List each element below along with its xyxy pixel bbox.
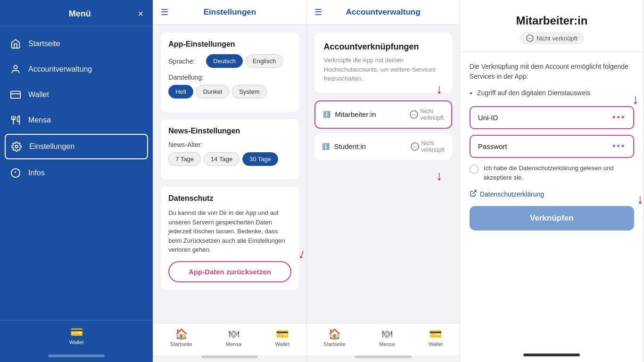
mitarbeiter-name: Mitarbeiter:in [335, 110, 410, 118]
connect-container: ↓ Verknüpfen [470, 206, 634, 230]
worker-title: Mitarbeiter:in [470, 14, 634, 27]
sprache-toggle-group: Deutsch Englisch [206, 54, 283, 68]
arrow-reset: ↓ [297, 246, 306, 262]
tab-wallet-label-settings: Wallet [275, 341, 289, 347]
svg-line-7 [473, 190, 476, 194]
worker-header: Mitarbeiter:in — Nicht verknüpft [460, 0, 644, 52]
tab-wallet-label: Wallet [69, 339, 83, 345]
account-intro: Accountverknüpfungen Verknüpfe die App m… [314, 33, 452, 93]
menu-item-account[interactable]: Accountverwaltung [0, 57, 153, 82]
account-links: ↓ ℹ️ Mitarbeiter:in — Nichtverknüpft ℹ️ … [314, 100, 452, 160]
menu-items: Startseite Accountverwaltung Wallet [0, 26, 153, 320]
privacy-link-text: Datenschutzerklärung [480, 190, 544, 198]
password-field[interactable]: Passwort ••• [470, 135, 634, 158]
darstellung-hell-btn[interactable]: Hell [168, 85, 193, 99]
tab-mensa-settings[interactable]: 🍽 Mensa [226, 328, 241, 347]
menu-panel: Menü × Startseite Accountverwaltung [0, 0, 153, 362]
hamburger-icon-account[interactable]: ☰ [314, 7, 322, 17]
account-tabs: 🏠 Startseite 🍽 Mensa 💳 Wallet [307, 323, 460, 355]
menu-item-startseite[interactable]: Startseite [0, 31, 153, 57]
tab-mensa-icon-settings: 🍽 [229, 328, 239, 340]
worker-service-item: Zugriff auf den digitalen Dienstausweis [477, 89, 634, 97]
tab-startseite-label-account: Startseite [323, 341, 345, 347]
wallet-icon [9, 89, 22, 101]
tab-wallet-account[interactable]: 💳 Wallet [429, 328, 443, 347]
mitarbeiter-info-icon: ℹ️ [323, 111, 330, 118]
home-indicator-2 [201, 355, 258, 358]
menu-item-wallet[interactable]: Wallet [0, 82, 153, 107]
worker-status-text: Nicht verknüpft [537, 35, 578, 42]
app-settings-section: App-Einstellungen Sprache: Deutsch Engli… [161, 33, 298, 112]
darstellung-dunkel-btn[interactable]: Dunkel [196, 85, 229, 99]
datenschutz-title: Datenschutz [168, 194, 291, 203]
privacy-checkbox[interactable] [470, 165, 479, 174]
student-name: Student:in [334, 142, 411, 150]
tab-startseite-label-settings: Startseite [170, 341, 192, 347]
menu-label-mensa: Mensa [28, 116, 51, 124]
worker-status-icon: — [526, 34, 534, 42]
tab-wallet-label-account: Wallet [429, 341, 443, 347]
menu-item-einstellungen[interactable]: Einstellungen → [5, 134, 148, 159]
info-icon [9, 167, 22, 179]
arrow-account-2: ↓ [436, 168, 443, 183]
menu-label-startseite: Startseite [28, 40, 60, 48]
privacy-link[interactable]: Datenschutzerklärung [470, 189, 634, 198]
worker-form-container: ↓ Uni-ID ••• Passwort ••• [470, 106, 634, 158]
news-settings-title: News-Einstellungen [168, 127, 291, 135]
user-icon [9, 63, 22, 75]
menu-label-infos: Infos [28, 169, 45, 177]
account-link-student[interactable]: ℹ️ Student:in — Nichtverknüpft [314, 133, 452, 160]
menu-item-infos[interactable]: Infos [0, 160, 153, 186]
darstellung-system-btn[interactable]: System [232, 85, 266, 99]
home-indicator-4 [523, 354, 580, 356]
tab-mensa-account[interactable]: 🍽 Mensa [379, 328, 395, 347]
tab-startseite-settings[interactable]: 🏠 Startseite [170, 328, 192, 347]
student-status-text: Nichtverknüpft [421, 140, 444, 153]
close-button[interactable]: × [138, 8, 144, 19]
reset-button[interactable]: App-Daten zurücksetzen [168, 261, 291, 282]
account-link-mitarbeiter[interactable]: ℹ️ Mitarbeiter:in — Nichtverknüpft [314, 100, 452, 129]
tab-wallet-icon-settings: 💳 [276, 328, 289, 340]
menu-item-mensa[interactable]: Mensa [0, 107, 153, 133]
account-panel: ☰ Accountverwaltung Accountverknüpfungen… [307, 0, 460, 362]
svg-rect-1 [11, 91, 20, 99]
news-14-btn[interactable]: 14 Tage [204, 152, 239, 166]
news-7-btn[interactable]: 7 Tage [168, 152, 201, 166]
news-alter-row: News-Alter: 7 Tage 14 Tage 30 Tage [168, 141, 291, 166]
account-title: Accountverwaltung [346, 8, 421, 17]
datenschutz-text: Du kannst die von Dir in der App und auf… [168, 208, 291, 255]
menu-label-wallet: Wallet [28, 90, 49, 99]
datenschutz-section: Datenschutz Du kannst die von Dir in der… [161, 187, 298, 290]
menu-header: Menü × [0, 0, 153, 26]
tab-home-icon-settings: 🏠 [175, 328, 188, 340]
menu-label-account: Accountverwaltung [28, 65, 92, 74]
connect-button[interactable]: Verknüpfen [470, 206, 634, 230]
tab-startseite-account[interactable]: 🏠 Startseite [323, 328, 345, 347]
sprache-deutsch-btn[interactable]: Deutsch [206, 54, 243, 68]
privacy-row: Ich habe die Datenschutzerklärung gelese… [470, 164, 634, 182]
worker-services-list: Zugriff auf den digitalen Dienstausweis [470, 89, 634, 97]
news-toggle-group: 7 Tage 14 Tage 30 Tage [168, 152, 278, 166]
home-indicator-1 [48, 354, 105, 357]
arrow-connect: ↓ [637, 192, 644, 207]
mitarbeiter-status: — Nichtverknüpft [410, 108, 443, 121]
external-link-icon [470, 189, 477, 198]
mitarbeiter-status-text: Nichtverknüpft [420, 108, 443, 121]
hamburger-icon[interactable]: ☰ [161, 7, 168, 17]
uni-id-label: Uni-ID [478, 114, 612, 122]
sprache-englisch-btn[interactable]: Englisch [246, 54, 283, 68]
news-alter-label: News-Alter: [168, 141, 206, 148]
uni-id-dots: ••• [612, 113, 626, 123]
student-info-icon: ℹ️ [322, 143, 330, 150]
sprache-label: Sprache: [168, 58, 206, 65]
worker-panel: Mitarbeiter:in — Nicht verknüpft Die Ver… [460, 0, 644, 362]
settings-content: App-Einstellungen Sprache: Deutsch Engli… [153, 25, 306, 323]
home-icon [9, 38, 22, 50]
tab-wallet-settings[interactable]: 💳 Wallet [275, 328, 289, 347]
uni-id-field[interactable]: Uni-ID ••• [470, 106, 634, 129]
tab-wallet[interactable]: 💳 Wallet [69, 326, 83, 345]
sprache-row: Sprache: Deutsch Englisch [168, 54, 291, 68]
news-30-btn[interactable]: 30 Tage [242, 152, 278, 166]
student-status-icon: — [411, 142, 419, 151]
password-dots: ••• [612, 141, 626, 151]
